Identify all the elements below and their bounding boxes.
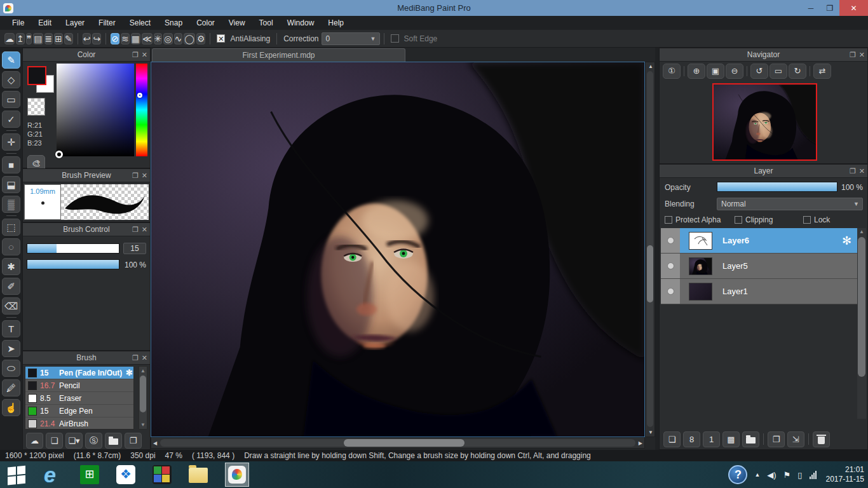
brush-scrollbar[interactable]: ▲ ▼ (139, 366, 147, 430)
undo-icon[interactable]: ↩ (83, 33, 92, 44)
close-icon[interactable]: ✕ (142, 354, 147, 362)
popout-icon[interactable]: ❐ (132, 354, 139, 362)
layer-visibility[interactable] (661, 228, 680, 253)
snap-curve-icon[interactable]: ∿ (174, 33, 183, 44)
gear-icon[interactable]: ✻ (842, 234, 851, 248)
add-layer-icon[interactable]: ❏ (663, 431, 681, 447)
script-brush-icon[interactable]: Ⓢ (85, 433, 102, 449)
popout-icon[interactable]: ❐ (132, 51, 139, 59)
battery-icon[interactable]: ▯ (797, 470, 802, 480)
brush-opacity-slider[interactable] (27, 259, 119, 269)
canvas-vertical-scrollbar[interactable]: ▲ ▼ (645, 62, 655, 437)
close-icon[interactable]: ✕ (142, 51, 147, 59)
internet-explorer-icon[interactable]: e (44, 465, 63, 484)
snap-radial-icon[interactable]: ✳ (154, 33, 163, 44)
menu-view[interactable]: View (222, 16, 252, 30)
rotate-ccw-icon[interactable]: ↺ (750, 64, 768, 79)
menu-help[interactable]: Help (321, 16, 351, 30)
layer-opacity-slider[interactable] (717, 182, 837, 192)
zoom-out-icon[interactable]: ⊖ (726, 64, 743, 79)
medibang-taskbar-button[interactable] (225, 463, 249, 487)
brush-item[interactable]: 15Pen (Fade In/Out)✻ (25, 367, 133, 379)
menu-layer[interactable]: Layer (58, 16, 92, 30)
blending-dropdown[interactable]: Normal ▼ (717, 198, 863, 210)
canvas-list-icon[interactable]: ⊞ (54, 33, 63, 44)
clock[interactable]: 21:01 2017-11-15 (826, 465, 865, 484)
close-icon[interactable]: ✕ (142, 172, 147, 180)
select-rect-tool[interactable]: ⬚ (2, 219, 20, 236)
navigator-thumbnail[interactable] (712, 83, 817, 161)
document-icon[interactable]: ≣ (44, 33, 53, 44)
restore-button[interactable]: ❐ (820, 0, 839, 16)
add-brush-icon[interactable]: ❏ (46, 433, 63, 449)
tray-expand-icon[interactable]: ▲ (754, 471, 760, 478)
add-halftone-layer-icon[interactable]: ▩ (722, 431, 740, 447)
download-brush-icon[interactable]: ☁ (26, 433, 43, 449)
protect-alpha-checkbox[interactable]: Protect Alpha (665, 215, 721, 224)
layer-visibility[interactable] (661, 254, 680, 278)
select-pen-tool[interactable]: ✐ (2, 278, 20, 295)
snap-concentric-icon[interactable]: ◎ (163, 33, 172, 44)
comment-icon[interactable]: ▤ (33, 33, 43, 44)
brush-item[interactable]: 16.7Pencil (25, 379, 133, 392)
duplicate-layer-icon[interactable]: ❐ (768, 431, 785, 447)
soft-edge-checkbox[interactable] (391, 34, 399, 43)
transparent-color-swatch[interactable] (27, 98, 45, 116)
move-tool[interactable]: ✛ (2, 133, 20, 151)
add-1bit-layer-icon[interactable]: 1 (703, 431, 720, 447)
shape-brush-tool[interactable]: ▭ (2, 91, 20, 108)
menu-select[interactable]: Select (123, 16, 158, 30)
fit-screen-icon[interactable]: ▣ (707, 64, 724, 79)
close-button[interactable]: ✕ (839, 0, 868, 16)
scroll-left-icon[interactable]: ◀ (153, 440, 157, 446)
gradient-tool[interactable]: ▒ (2, 196, 20, 213)
menu-snap[interactable]: Snap (158, 16, 189, 30)
rotate-cw-icon[interactable]: ↻ (789, 64, 806, 79)
brush-tool[interactable]: ✎ (2, 51, 20, 69)
brush-folder-icon[interactable] (105, 433, 122, 449)
brush-item[interactable]: 8.5Eraser (25, 392, 133, 405)
hue-slider[interactable] (136, 64, 147, 156)
popout-icon[interactable]: ❐ (132, 172, 139, 180)
menu-window[interactable]: Window (280, 16, 322, 30)
text-tool[interactable]: T (2, 320, 20, 337)
delete-layer-icon[interactable] (813, 431, 830, 447)
chat-icon[interactable]: ❞ (26, 33, 32, 44)
popout-icon[interactable]: ❐ (850, 51, 856, 59)
minimize-button[interactable]: ─ (801, 0, 820, 16)
scroll-up-icon[interactable]: ▲ (648, 64, 653, 69)
edit-canvas-icon[interactable]: ✎ (64, 33, 73, 44)
layer-row-layer1[interactable]: Layer1 (661, 279, 858, 304)
canvas[interactable] (151, 62, 645, 437)
scroll-down-icon[interactable]: ▼ (648, 430, 653, 435)
popout-icon[interactable]: ❐ (132, 226, 139, 234)
close-icon[interactable]: ✕ (142, 226, 147, 234)
menu-color[interactable]: Color (189, 16, 222, 30)
eraser-tool[interactable]: ◇ (2, 71, 20, 88)
snap-parallel-icon[interactable]: ≋ (121, 33, 130, 44)
bucket-tool[interactable]: ⬓ (2, 176, 20, 193)
menu-edit[interactable]: Edit (31, 16, 58, 30)
snap-vanishing-icon[interactable]: ≪ (142, 33, 153, 44)
windows-store-icon[interactable]: ⊞ (80, 465, 99, 484)
eyedropper-tool[interactable]: 🖉 (2, 379, 20, 396)
scroll-right-icon[interactable]: ▶ (639, 440, 642, 446)
help-icon[interactable]: ? (728, 465, 747, 484)
volume-icon[interactable]: ◀) (767, 470, 776, 480)
hue-marker[interactable] (137, 93, 142, 98)
magic-wand-tool[interactable]: ✱ (2, 258, 20, 275)
close-icon[interactable]: ✕ (859, 51, 865, 59)
start-button[interactable] (8, 465, 27, 484)
popout-icon[interactable]: ❐ (850, 167, 856, 175)
gear-icon[interactable]: ✻ (126, 368, 133, 377)
snap-settings-icon[interactable]: ⚙ (196, 33, 206, 44)
puzzle-app-icon[interactable] (153, 465, 172, 484)
correction-dropdown[interactable]: 0 ▼ (322, 32, 380, 45)
duplicate-brush-icon[interactable]: ❐ (125, 433, 142, 449)
snap-ellipse-icon[interactable]: ◯ (184, 33, 195, 44)
flip-horizontal-icon[interactable]: ⇄ (813, 64, 831, 79)
saturation-value-picker[interactable] (57, 64, 134, 156)
brush-size-slider[interactable] (27, 243, 119, 254)
layer-visibility[interactable] (661, 279, 680, 304)
network-icon[interactable] (810, 471, 817, 479)
